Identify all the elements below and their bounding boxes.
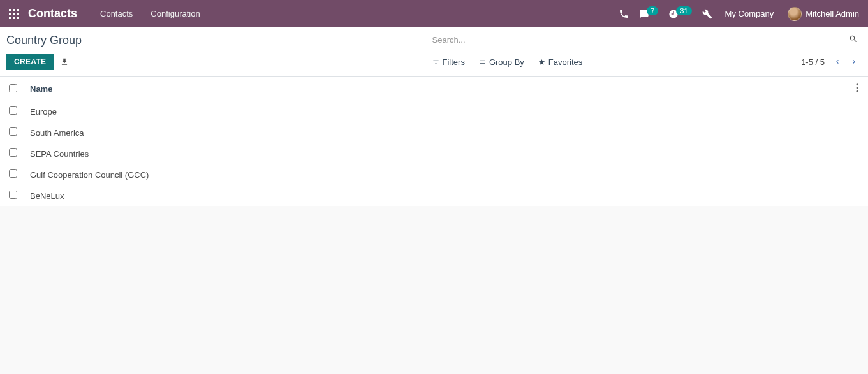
row-checkbox[interactable] [9, 148, 17, 157]
svg-point-0 [857, 83, 858, 85]
table-row[interactable]: Europe [0, 101, 868, 122]
pager-prev-button[interactable] [834, 58, 841, 66]
user-name-label: Mitchell Admin [805, 9, 859, 18]
favorites-label: Favorites [548, 57, 582, 67]
favorites-button[interactable]: Favorites [538, 57, 582, 67]
groupby-label: Group By [489, 57, 524, 67]
table-row[interactable]: BeNeLux [0, 185, 868, 206]
row-name-cell: Gulf Cooperation Council (GCC) [24, 164, 846, 185]
table-row[interactable]: SEPA Countries [0, 143, 868, 164]
menu-configuration[interactable]: Configuration [142, 9, 209, 18]
svg-point-2 [857, 90, 858, 92]
search-icon[interactable] [849, 34, 858, 45]
groupby-button[interactable]: Group By [479, 57, 524, 67]
row-name-cell: SEPA Countries [24, 143, 846, 164]
filters-label: Filters [443, 57, 465, 67]
messages-icon[interactable]: 7 [639, 9, 658, 19]
breadcrumb: Country Group [6, 34, 432, 47]
pager-counter[interactable]: 1-5 / 5 [801, 57, 825, 67]
column-header-name[interactable]: Name [24, 77, 846, 101]
filters-button[interactable]: Filters [432, 57, 465, 67]
row-checkbox[interactable] [9, 169, 17, 178]
filter-icon [432, 59, 439, 66]
row-name-cell: BeNeLux [24, 185, 846, 206]
export-download-icon[interactable] [60, 57, 69, 66]
row-checkbox[interactable] [9, 106, 17, 115]
star-icon [538, 59, 545, 66]
app-brand[interactable]: Contacts [28, 7, 77, 20]
control-panel: Country Group CREATE Filters Group By [0, 27, 868, 77]
debug-tools-icon[interactable] [702, 9, 712, 19]
activities-icon[interactable]: 31 [668, 9, 691, 19]
row-name-cell: Europe [24, 101, 846, 122]
pager-next-button[interactable] [850, 58, 858, 66]
chevron-right-icon [850, 58, 858, 66]
row-checkbox[interactable] [9, 127, 17, 136]
table-row[interactable]: South America [0, 122, 868, 143]
apps-menu-icon[interactable] [9, 9, 19, 19]
top-navbar: Contacts Contacts Configuration 7 31 My … [0, 0, 868, 27]
create-button[interactable]: CREATE [6, 54, 54, 70]
user-menu[interactable]: Mitchell Admin [788, 7, 859, 21]
activities-badge: 31 [676, 6, 691, 15]
row-checkbox[interactable] [9, 191, 17, 199]
chevron-left-icon [834, 58, 841, 66]
phone-icon[interactable] [619, 9, 629, 19]
messages-badge: 7 [647, 6, 658, 15]
row-name-cell: South America [24, 122, 846, 143]
table-row[interactable]: Gulf Cooperation Council (GCC) [0, 164, 868, 185]
search-bar[interactable] [432, 34, 858, 47]
select-all-checkbox[interactable] [9, 84, 17, 92]
user-avatar [788, 7, 802, 21]
optional-columns-button[interactable] [856, 85, 858, 94]
groupby-icon [479, 59, 486, 66]
country-group-table: Name Europe South America SEPA Countries [0, 77, 868, 206]
search-input[interactable] [432, 35, 850, 45]
company-switcher[interactable]: My Company [725, 9, 774, 18]
menu-contacts[interactable]: Contacts [91, 9, 142, 18]
svg-point-1 [857, 87, 858, 89]
